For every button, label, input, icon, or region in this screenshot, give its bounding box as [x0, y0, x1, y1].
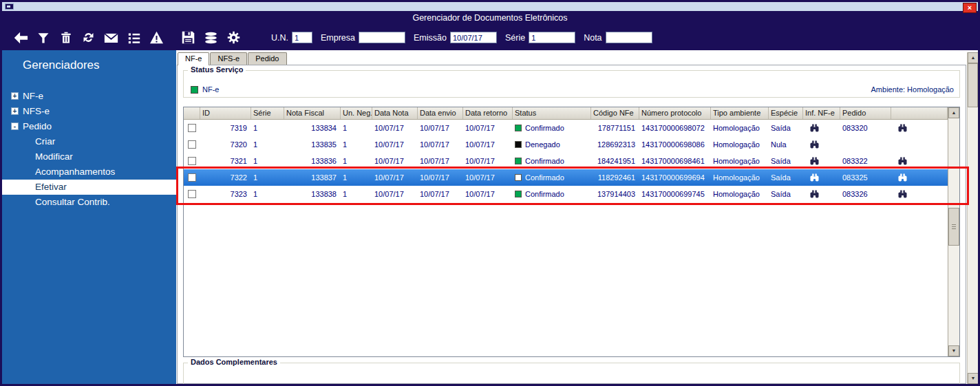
- cell-inf_nfe: [803, 169, 840, 186]
- settings-gear-icon[interactable]: [224, 29, 243, 47]
- expand-plus-icon[interactable]: +: [11, 107, 19, 115]
- cell-data_retorno: 10/07/17: [463, 153, 513, 169]
- tab-nfse[interactable]: NFS-e: [210, 52, 247, 65]
- column-header-sel[interactable]: [184, 107, 200, 120]
- nota-input[interactable]: [606, 32, 652, 43]
- cell-especie: Nula: [769, 136, 803, 153]
- column-header-pedido[interactable]: Pedido: [840, 107, 891, 120]
- tab-pedido[interactable]: Pedido: [248, 52, 286, 65]
- checklist-icon[interactable]: [125, 29, 143, 47]
- serie-input[interactable]: [529, 32, 575, 43]
- table-row[interactable]: 73191133834110/07/1710/07/1710/07/17Conf…: [184, 120, 948, 136]
- column-header-id[interactable]: ID: [200, 107, 251, 120]
- app-window: × Gerenciador de Documentos Eletrônicos: [0, 0, 980, 386]
- column-header-especie[interactable]: Espécie: [769, 107, 803, 120]
- expand-plus-icon[interactable]: +: [11, 92, 19, 100]
- row-checkbox[interactable]: [188, 173, 196, 182]
- column-header-data_nota[interactable]: Data Nota: [372, 107, 418, 120]
- table-body: 73191133834110/07/1710/07/1710/07/17Conf…: [184, 120, 948, 356]
- status-color-box: [515, 141, 522, 148]
- close-button[interactable]: ×: [963, 3, 977, 13]
- database-icon[interactable]: [202, 29, 220, 47]
- row-checkbox[interactable]: [188, 157, 196, 165]
- status-label: Confirmado: [525, 190, 564, 198]
- cell-un_neg: 1: [341, 120, 372, 136]
- table-row[interactable]: 73231133838110/07/1710/07/1710/07/17Conf…: [184, 186, 948, 202]
- view-nfe-document-icon[interactable]: [810, 124, 819, 132]
- page-scrollbar[interactable]: ▲ ▼: [967, 52, 978, 384]
- save-icon[interactable]: [179, 29, 198, 47]
- sidebar-item-criar[interactable]: Criar: [2, 134, 176, 149]
- sidebar-item-nfse[interactable]: + NFS-e: [2, 104, 176, 119]
- column-header-data_envio[interactable]: Data envio: [418, 107, 463, 120]
- sidebar-item-modificar[interactable]: Modificar: [2, 149, 176, 164]
- view-pedido-document-icon[interactable]: [898, 157, 907, 165]
- status-servico-group: Status Serviço NF-e Ambiente: Homologaçã…: [183, 70, 960, 98]
- view-nfe-document-icon[interactable]: [810, 190, 819, 198]
- cell-sel: [184, 136, 200, 153]
- cell-pedido_doc: [891, 186, 948, 202]
- warning-icon[interactable]: [147, 29, 166, 47]
- column-header-nota_fiscal[interactable]: Nota Fiscal: [284, 107, 341, 120]
- column-header-serie[interactable]: Série: [251, 107, 284, 120]
- column-header-status[interactable]: Status: [513, 107, 591, 120]
- table-row[interactable]: 73221133837110/07/1710/07/1710/07/17Conf…: [184, 169, 948, 186]
- column-header-un_neg[interactable]: Un. Neg.: [341, 107, 372, 120]
- sidebar-item-nfe[interactable]: + NF-e: [2, 89, 176, 104]
- row-checkbox[interactable]: [188, 124, 196, 132]
- un-input[interactable]: [292, 32, 312, 43]
- scroll-up-icon[interactable]: ▲: [948, 107, 959, 118]
- empresa-input[interactable]: [359, 32, 405, 43]
- scroll-down-icon[interactable]: ▼: [948, 345, 959, 356]
- cell-pedido: [840, 136, 891, 153]
- status-color-box: [515, 158, 522, 164]
- sidebar-title: Gerenciadores: [23, 58, 176, 72]
- column-header-pedido_doc[interactable]: [891, 107, 948, 120]
- filter-icon[interactable]: [34, 29, 52, 47]
- table-row[interactable]: 73211133836110/07/1710/07/1710/07/17Conf…: [184, 153, 948, 169]
- page-scrollbar-thumb[interactable]: [968, 63, 978, 107]
- cell-pedido_doc: [891, 120, 948, 136]
- scrollbar-thumb[interactable]: [948, 208, 959, 246]
- view-pedido-document-icon[interactable]: [898, 173, 907, 182]
- cell-codigo_nfe: 178771151: [591, 120, 639, 136]
- page-scroll-down-icon[interactable]: ▼: [968, 373, 978, 384]
- column-header-codigo_nfe[interactable]: Código NFe: [591, 107, 639, 120]
- sidebar-item-efetivar[interactable]: Efetivar: [2, 180, 176, 195]
- emissao-input[interactable]: [450, 32, 497, 43]
- row-checkbox[interactable]: [188, 190, 196, 198]
- column-header-inf_nfe[interactable]: Inf. NF-e: [803, 107, 840, 120]
- email-icon[interactable]: [102, 29, 120, 47]
- sidebar-item-consultar-contrib[interactable]: Consultar Contrib.: [2, 195, 176, 210]
- view-pedido-document-icon[interactable]: [898, 190, 907, 198]
- cell-pedido_doc: [891, 169, 948, 186]
- column-header-protocolo[interactable]: Número protocolo: [639, 107, 711, 120]
- view-nfe-document-icon[interactable]: [810, 157, 819, 165]
- sidebar-item-label: Acompanhamentos: [35, 167, 115, 177]
- cell-tipo_ambiente: Homologação: [711, 136, 769, 153]
- cell-serie: 1: [251, 136, 284, 153]
- back-icon[interactable]: [11, 29, 30, 47]
- view-nfe-document-icon[interactable]: [810, 173, 819, 182]
- collapse-minus-icon[interactable]: -: [11, 122, 19, 130]
- table-row[interactable]: 73201133835110/07/1710/07/1710/07/17Dene…: [184, 136, 948, 153]
- documents-table: IDSérieNota FiscalUn. Neg.Data NotaData …: [183, 107, 960, 357]
- tab-bar: NF-e NFS-e Pedido: [178, 52, 288, 65]
- status-label: Confirmado: [525, 157, 564, 165]
- sidebar-item-acompanhamentos[interactable]: Acompanhamentos: [2, 164, 176, 180]
- table-scrollbar[interactable]: ▲ ▼: [948, 107, 959, 356]
- refresh-icon[interactable]: [79, 29, 98, 47]
- sidebar-item-pedido[interactable]: - Pedido: [2, 119, 176, 134]
- delete-icon[interactable]: [56, 29, 75, 47]
- column-header-tipo_ambiente[interactable]: Tipo ambiente: [711, 107, 769, 120]
- tab-nfe[interactable]: NF-e: [178, 52, 209, 65]
- page-scroll-up-icon[interactable]: ▲: [968, 52, 978, 63]
- window-title: Gerenciador de Documentos Eletrônicos: [412, 13, 567, 23]
- view-nfe-document-icon[interactable]: [810, 140, 819, 149]
- row-checkbox[interactable]: [188, 140, 196, 149]
- dados-complementares-group: Dados Complementares: [183, 363, 960, 384]
- column-header-data_retorno[interactable]: Data retorno: [463, 107, 513, 120]
- sidebar-item-label: Efetivar: [35, 182, 67, 192]
- view-pedido-document-icon[interactable]: [898, 124, 907, 132]
- cell-id: 7322: [200, 169, 251, 186]
